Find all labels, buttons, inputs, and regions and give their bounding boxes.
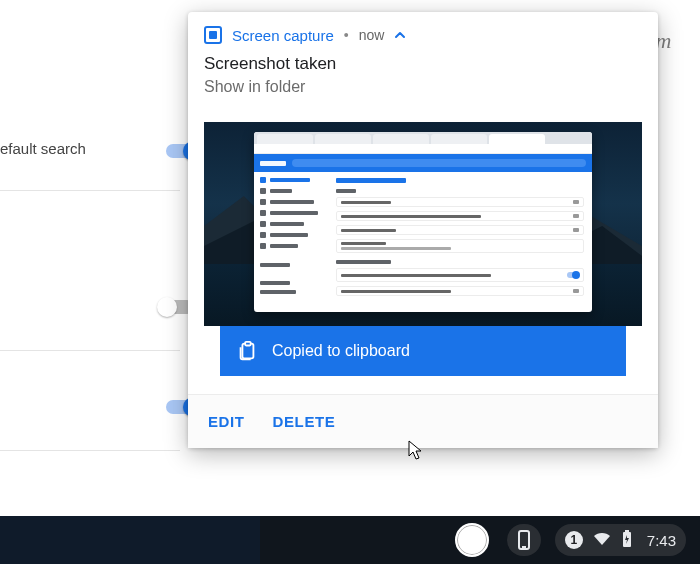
notification-actions: EDIT DELETE (188, 394, 658, 448)
shelf-wallpaper-strip (0, 516, 260, 564)
chevron-up-icon[interactable] (394, 29, 406, 41)
notification-header[interactable]: Screen capture • now (188, 12, 658, 50)
delete-button[interactable]: DELETE (273, 413, 336, 430)
notification-time: now (359, 27, 385, 43)
edit-button[interactable]: EDIT (208, 413, 245, 430)
shelf-clock: 7:43 (647, 532, 676, 549)
screen-capture-icon (204, 26, 222, 44)
notification-body: Screenshot taken Show in folder (188, 54, 658, 108)
separator-dot: • (344, 27, 349, 43)
settings-row-label: efault search (0, 140, 86, 157)
status-tray[interactable]: 1 7:43 (555, 524, 686, 556)
chromeos-shelf: 1 7:43 (0, 516, 700, 564)
notification-count-badge: 1 (565, 531, 583, 549)
svg-rect-3 (245, 342, 251, 346)
notification-card: Screen capture • now Screenshot taken Sh… (188, 12, 658, 448)
screenshot-thumbnail[interactable]: Copied to clipboard (204, 122, 642, 376)
divider (0, 450, 180, 451)
thumbnail-chrome-window (254, 132, 592, 312)
divider (0, 190, 180, 191)
svg-rect-7 (625, 530, 629, 532)
clipboard-banner-text: Copied to clipboard (272, 342, 410, 360)
clipboard-banner: Copied to clipboard (220, 326, 626, 376)
divider (0, 350, 180, 351)
battery-charging-icon (621, 530, 633, 551)
screenshot-stage: efault search groovyPost.com Screen capt… (0, 0, 700, 564)
recent-thumbnail-tote[interactable] (455, 523, 489, 557)
wifi-icon (593, 532, 611, 549)
clipboard-icon (236, 340, 258, 362)
phone-hub-button[interactable] (507, 524, 541, 556)
notification-title: Screenshot taken (204, 54, 642, 74)
notification-app-name: Screen capture (232, 27, 334, 44)
show-in-folder-link[interactable]: Show in folder (204, 78, 642, 96)
